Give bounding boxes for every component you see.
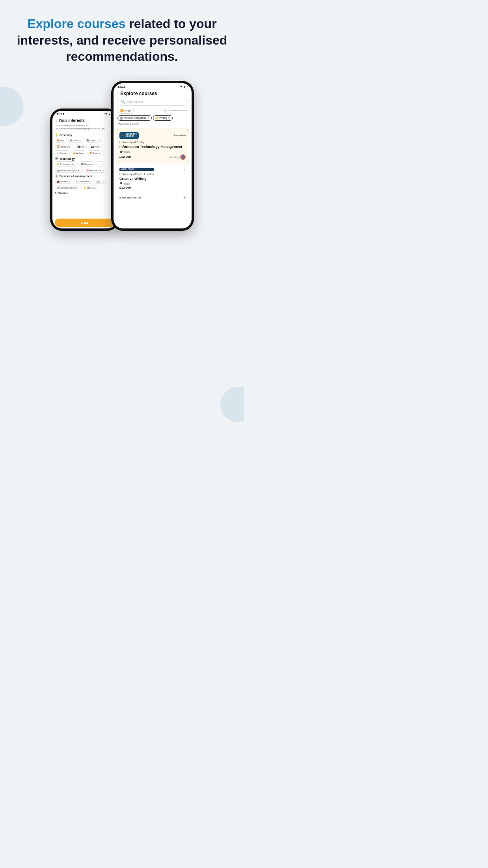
status-icons-right: ▾▾ ▲ ▪ [179,85,188,88]
battery-icon-right: ▪ [187,85,188,88]
courses-list: 🎓 UNIVERSITY of DERBY Shortlisted Univer… [114,129,192,228]
search-bar[interactable]: 🔍 Course title [117,98,188,106]
phone-interests: 11:11 ▾▾ ▲ ▪ ‹ Your interests Share with… [50,108,119,231]
phone-explore-screen: 11:11 ▾▾ ▲ ▪ ‹ Explore courses 🔍 Course … [114,83,192,228]
tag-books[interactable]: 📖Books+ [55,150,70,155]
interests-title: Your interests [58,118,85,123]
card-header-derby: 🎓 UNIVERSITY of DERBY Shortlisted [119,132,186,139]
derby-uni-name: University of Derby [119,140,186,144]
status-bar-left: 11:11 ▾▾ ▲ ▪ [52,111,117,117]
finance-icon: $ [55,192,56,195]
tag-photo[interactable]: 📷Phot...+ [89,144,104,149]
back-arrow-explore[interactable]: ‹ [117,91,119,95]
courses-count: 75 courses found [117,122,188,127]
wolverhampton-logo: 🐺 WOLVERHAMPTON [119,196,141,199]
course-card-derby[interactable]: 🎓 UNIVERSITY of DERBY Shortlisted Univer… [116,129,189,163]
derby-price-row: £12,000 Added by 👤 [119,154,186,160]
active-tag-ai[interactable]: 🤖 Artificial intelligence ✓ [117,115,152,121]
creativity-icon: 💡 [55,133,58,137]
explore-title: Explore courses [120,91,157,96]
tag-ai[interactable]: 🤖Artificial intelligence+ [55,168,83,173]
explore-nav-row: ‹ Explore courses [117,91,188,96]
shortlist-hint: Tap + to shortlist a course [135,109,188,112]
search-placeholder: Course title [127,100,143,103]
business-row-1: 💼Business+ 📈Economics+ 📊F...+ [55,179,114,184]
technology-icon: 💻 [55,157,58,160]
back-icon-left[interactable]: ‹ [56,118,57,123]
business-icon: 👔 [55,174,58,178]
tag-cyber-security[interactable]: 🔒Cyber security+ [55,161,78,166]
west-london-degree: MSc [124,182,130,185]
phone-explore: 11:11 ▾▾ ▲ ▪ ‹ Explore courses 🔍 Course … [111,81,194,231]
tag-literature[interactable]: 📚Literat...+ [84,138,101,143]
writing-tag-icon: ✍️ [155,116,158,120]
next-button[interactable]: Next [55,219,114,227]
tag-economics[interactable]: 📈Economics+ [74,179,93,184]
signal-icon: ▾▾ [104,112,108,116]
decorative-circle-right [220,387,244,422]
explore-header: ‹ Explore courses 🔍 Course title 6 Filte… [114,89,192,129]
filter-row: 6 Filter Tap + to shortlist a course [117,108,188,114]
tag-startups[interactable]: ⭐Startups+ [82,185,99,190]
derby-degree-row: 🎓 MSc [119,150,186,153]
add-course-wolves-button[interactable]: + [183,195,186,200]
derby-degree: MSc [124,150,130,153]
tag-entrepreneurship[interactable]: 🚀Entrepreneurship+ [55,185,80,190]
tag-business[interactable]: 💼Business+ [55,179,73,184]
section-finance: $ Finance [55,192,114,195]
ai-tag-label: Artificial intelligence [124,116,146,119]
course-card-west-london[interactable]: WEST LONDON University of West London Cr… [116,165,189,193]
tag-writing[interactable]: ✍️Writing+ [71,150,87,155]
creativity-row-2: 🖼️Digital arts+ 🎬Film+ 📷Phot...+ [55,144,114,149]
interests-subtitle: Share with us your interests and we will… [52,123,117,132]
section-technology: 💻 Technology [55,157,114,160]
hero-heading: Explore courses related to your interest… [12,16,232,65]
section-creativity: 💡 Creativity [55,133,114,137]
tag-digital-arts[interactable]: 🖼️Digital arts+ [55,144,74,149]
tag-gaming[interactable]: 🎮Gaming+ [79,161,95,166]
ai-tag-icon: 🤖 [120,116,123,120]
add-course-west-button[interactable]: + [183,168,186,172]
wifi-icon: ▲ [108,113,111,116]
hero-highlight: Explore courses [27,17,125,31]
writing-x-icon[interactable]: ✕ [168,116,170,120]
added-by-label: Added by [169,156,179,158]
search-icon: 🔍 [121,100,125,104]
derby-course-name: Information Technology Management [119,145,186,149]
creativity-row-3: 📖Books+ ✍️Writing+ 🎨Design+ [55,150,114,155]
tag-drama[interactable]: 🎭Drama+ [68,138,83,143]
west-london-course-name: Creative Writing [119,177,154,181]
west-london-degree-row: 🎓 MSc [119,182,154,185]
technology-row-1: 🔒Cyber security+ 🎮Gaming+ ...+ [55,161,114,166]
filter-label: Filter [125,109,131,112]
time-right: 11:11 [117,85,125,88]
status-bar-right: 11:11 ▾▾ ▲ ▪ [114,83,192,89]
creativity-row-1: 🎨Art+ 🎭Drama+ 📚Literat...+ [55,138,114,143]
wifi-icon-right: ▲ [183,85,186,88]
ai-check-icon: ✓ [147,116,149,120]
west-london-price: £12,000 [119,186,154,189]
derby-price: £12,000 [119,155,131,159]
tag-ml[interactable]: 🧠Machine lea...+ [84,168,106,173]
tag-design[interactable]: 🎨Design+ [88,150,103,155]
tag-finance-tag[interactable]: 📊F...+ [94,179,106,184]
degree-icon-west: 🎓 [119,182,123,185]
phone-interests-screen: 11:11 ▾▾ ▲ ▪ ‹ Your interests Share with… [52,111,117,228]
course-card-wolverhampton[interactable]: 🐺 WOLVERHAMPTON + [116,193,189,202]
tag-more-tech[interactable]: ...+ [96,161,104,166]
phones-container: 11:11 ▾▾ ▲ ▪ ‹ Your interests Share with… [0,73,244,247]
filter-button[interactable]: 6 Filter [117,108,134,114]
added-by-section: Added by 👤 [169,154,186,160]
hero-section: Explore courses related to your interest… [0,0,244,73]
degree-icon-derby: 🎓 [119,150,123,153]
active-tags-row: 🤖 Artificial intelligence ✓ ✍️ Writing ✕ [117,115,188,121]
active-tag-writing[interactable]: ✍️ Writing ✕ [153,115,173,121]
business-row-2: 🚀Entrepreneurship+ ⭐Startups+ [55,185,114,190]
user-avatar: 👤 [180,154,186,160]
tag-film[interactable]: 🎬Film+ [75,144,88,149]
tag-art[interactable]: 🎨Art+ [55,138,67,143]
derby-logo: 🎓 UNIVERSITY of DERBY [119,132,139,139]
signal-icon-right: ▾▾ [179,85,183,88]
filter-count-badge: 6 [120,109,124,112]
time-left: 11:11 [56,112,64,116]
